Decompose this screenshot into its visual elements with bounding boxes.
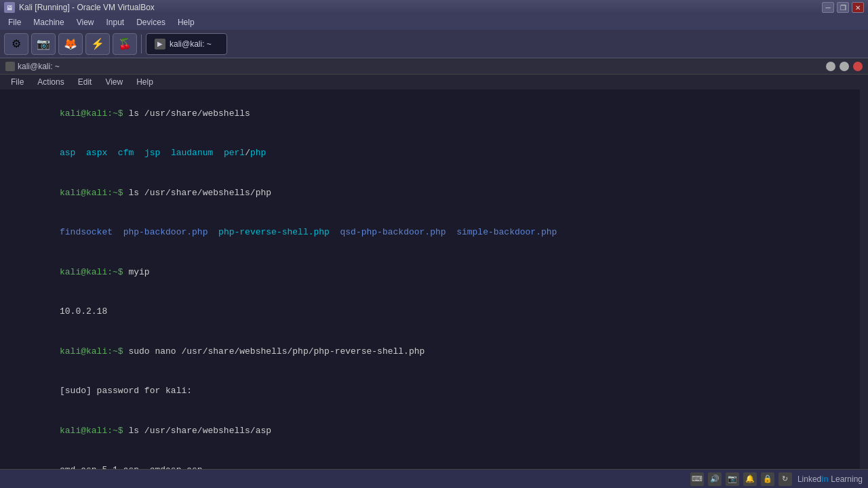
restore-button[interactable]: ❐ — [837, 2, 849, 13]
close-button[interactable]: ✕ — [852, 2, 864, 13]
terminal-body[interactable]: kali@kali:~$ ls /usr/share/webshells asp… — [0, 89, 860, 469]
linkedin-text: Linked — [797, 474, 821, 484]
vbox-toolbar: ⚙ 📷 🦊 ⚡ 🍒 ▶ kali@kali: ~ — [0, 30, 868, 58]
terminal-line-2: asp aspx cfm jsp laudanum perl/php — [7, 134, 853, 174]
toolbar-bolt-btn[interactable]: ⚡ — [85, 33, 110, 55]
menu-input[interactable]: Input — [101, 16, 130, 28]
dir-php: php — [250, 148, 266, 158]
kali-window-controls — [826, 62, 863, 71]
terminal-line-5: kali@kali:~$ myip — [7, 252, 853, 292]
terminal-menu-actions[interactable]: Actions — [32, 77, 69, 87]
toolbar-cherry-btn[interactable]: 🍒 — [113, 33, 137, 55]
dir-asp: asp — [60, 148, 75, 158]
title-bar-left: 🖥 Kali [Running] - Oracle VM VirtualBox — [4, 2, 155, 13]
toolbar-terminal-tab[interactable]: ▶ kali@kali: ~ — [146, 33, 227, 55]
terminal-menu-help[interactable]: Help — [131, 77, 159, 87]
file-simple-backdoor: simple-backdoor.php — [456, 227, 557, 237]
prompt-1: kali@kali:~$ — [60, 108, 128, 119]
vbox-app-icon: 🖥 — [4, 2, 15, 13]
terminal-tab-label: kali@kali: ~ — [170, 39, 212, 49]
statusbar-icons: ⌨ 🔊 📷 🔔 🔒 ↻ — [690, 472, 792, 486]
dir-laudanum: laudanum — [171, 148, 213, 158]
toolbar-separator-1 — [141, 35, 142, 54]
virtualbox-window: 🖥 Kali [Running] - Oracle VM VirtualBox … — [0, 0, 868, 488]
toolbar-firefox-btn[interactable]: 🦊 — [58, 33, 83, 55]
terminal-line-8: [sudo] password for kali: — [7, 371, 853, 411]
terminal-line-1: kali@kali:~$ ls /usr/share/webshells — [7, 94, 853, 134]
kali-window-title: kali@kali: ~ — [18, 62, 60, 71]
kali-minimize-btn[interactable] — [826, 62, 835, 71]
sudo-prompt: [sudo] password for kali: — [60, 386, 192, 396]
linkedin-brand: in — [821, 474, 829, 484]
terminal-menubar: File Actions Edit View Help — [0, 75, 868, 89]
ip-output: 10.0.2.18 — [60, 306, 107, 317]
terminal-line-3: kali@kali:~$ ls /usr/share/webshells/php — [7, 173, 853, 213]
menu-devices[interactable]: Devices — [131, 16, 171, 28]
kali-close-btn[interactable] — [853, 62, 863, 71]
terminal-line-7: kali@kali:~$ sudo nano /usr/share/webshe… — [7, 331, 853, 371]
toolbar-snapshot-btn[interactable]: 📷 — [31, 33, 56, 55]
vbox-statusbar: ⌨ 🔊 📷 🔔 🔒 ↻ Linkedin Learning — [0, 469, 868, 488]
status-icon-lock[interactable]: 🔒 — [761, 472, 774, 486]
prompt-7: kali@kali:~$ — [60, 346, 128, 357]
terminal-line-10: cmd-asp-5.1.asp cmdasp.asp — [7, 451, 853, 470]
terminal-tab-icon: ▶ — [155, 39, 165, 49]
statusbar-right: ⌨ 🔊 📷 🔔 🔒 ↻ Linkedin Learning — [690, 472, 863, 486]
menu-machine[interactable]: Machine — [28, 16, 69, 28]
cmd-1: ls /usr/share/webshells — [128, 108, 250, 119]
toolbar-settings-btn[interactable]: ⚙ — [4, 33, 28, 55]
file-findsocket: findsocket — [60, 227, 113, 237]
cmd-7: sudo nano /usr/share/webshells/php/php-r… — [128, 346, 425, 357]
terminal-app-icon — [5, 62, 15, 71]
window-title: Kali [Running] - Oracle VM VirtualBox — [19, 3, 155, 12]
file-php-backdoor: php-backdoor.php — [123, 227, 208, 237]
terminal-line-6: 10.0.2.18 — [7, 292, 853, 332]
terminal-menu-edit[interactable]: Edit — [73, 77, 98, 87]
prompt-5: kali@kali:~$ — [60, 267, 128, 277]
terminal-menu-file[interactable]: File — [5, 77, 29, 87]
title-bar: 🖥 Kali [Running] - Oracle VM VirtualBox … — [0, 0, 868, 15]
prompt-3: kali@kali:~$ — [60, 188, 128, 198]
dir-cfm: cfm — [118, 148, 134, 158]
dir-perl: perl — [224, 148, 245, 158]
file-qsd-backdoor: qsd-php-backdoor.php — [340, 227, 446, 237]
kali-chrome-left: kali@kali: ~ — [5, 62, 60, 71]
menu-file[interactable]: File — [3, 16, 26, 28]
kali-maximize-btn[interactable] — [840, 62, 849, 71]
cmd-3: ls /usr/share/webshells/php — [128, 188, 271, 198]
menu-view[interactable]: View — [71, 16, 100, 28]
menu-help[interactable]: Help — [172, 16, 200, 28]
minimize-button[interactable]: ─ — [822, 2, 834, 13]
status-icon-camera[interactable]: 📷 — [726, 472, 739, 486]
status-icon-notification[interactable]: 🔔 — [743, 472, 757, 486]
file-php-reverse: php-reverse-shell.php — [218, 227, 330, 237]
linkedin-learning-badge: Linkedin Learning — [797, 474, 863, 484]
dir-aspx: aspx — [86, 148, 107, 158]
prompt-9: kali@kali:~$ — [60, 426, 128, 436]
terminal-menu-view[interactable]: View — [100, 77, 128, 87]
vm-display-area: kali@kali: ~ File Actions Edit View Help… — [0, 58, 868, 469]
terminal-line-4: findsocket php-backdoor.php php-reverse-… — [7, 213, 853, 253]
window-controls: ─ ❐ ✕ — [822, 2, 864, 13]
kali-window-chrome: kali@kali: ~ — [0, 58, 868, 75]
dir-jsp: jsp — [144, 148, 160, 158]
terminal-scrollbar[interactable] — [860, 89, 868, 469]
cmd-5: myip — [128, 267, 149, 277]
terminal-line-9: kali@kali:~$ ls /usr/share/webshells/asp — [7, 411, 853, 451]
status-icon-audio[interactable]: 🔊 — [708, 472, 722, 486]
status-icon-refresh[interactable]: ↻ — [778, 472, 792, 486]
linkedin-suffix: Learning — [829, 474, 863, 484]
status-icon-keyboard[interactable]: ⌨ — [690, 472, 704, 486]
asp-files: cmd-asp-5.1.asp cmdasp.asp — [60, 465, 203, 469]
vbox-menubar: File Machine View Input Devices Help — [0, 15, 868, 30]
cmd-9: ls /usr/share/webshells/asp — [128, 426, 271, 436]
